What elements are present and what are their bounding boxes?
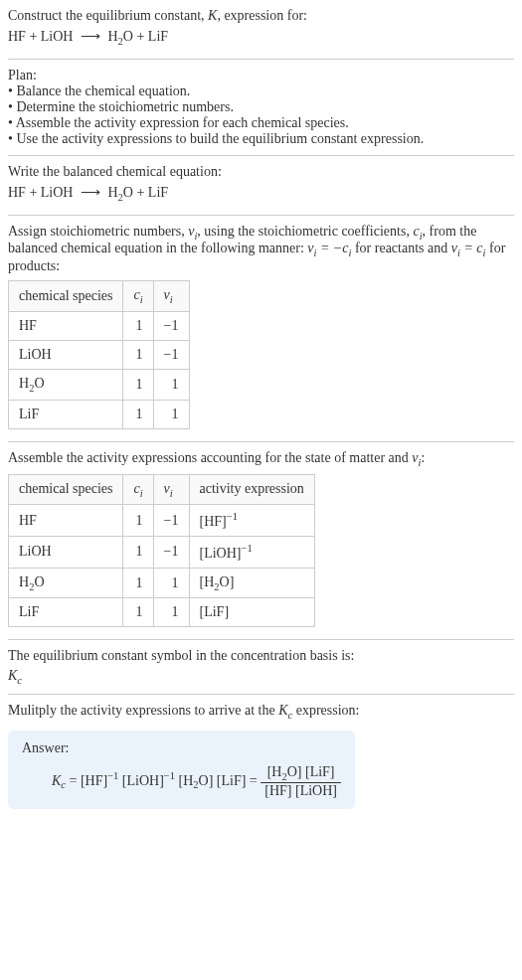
mult-pre: Mulitply the activity expressions to arr… (8, 703, 278, 718)
equation-1: HF + LiOH ⟶ H2O + LiF (8, 28, 514, 47)
v-cell: 1 (153, 568, 189, 598)
table-row: HF 1 −1 (9, 311, 190, 340)
table-header-row: chemical species ci νi (9, 281, 190, 312)
product-h2o-pre: H (107, 185, 117, 200)
plan-heading: Plan: (8, 68, 514, 83)
c-cell: 1 (123, 537, 153, 569)
species-cell: H2O (9, 568, 123, 598)
ans-eq: = [HF] (66, 773, 107, 788)
intro-text-2: , expression for: (217, 8, 307, 23)
ans-t3-pre: [H (175, 773, 193, 788)
stoich-r: for reactants and (351, 241, 450, 255)
table-row: LiF 1 1 [LiF] (9, 598, 315, 627)
fraction: [H2O] [LiF] [HF] [LiOH] (261, 764, 341, 799)
species-cell: LiOH (9, 340, 123, 369)
c-cell: 1 (123, 568, 153, 598)
sp-pre: H (19, 574, 29, 589)
table-row: LiOH 1 −1 (9, 340, 190, 369)
answer-label: Answer: (22, 740, 341, 756)
nu-header-sub: i (170, 294, 173, 305)
kc-k: K (8, 668, 17, 683)
sp-post: O (34, 376, 44, 391)
activity-cell: [HF]−1 (189, 505, 314, 537)
product-h2o-pre: H (107, 29, 117, 44)
plan-bullet-2: • Determine the stoichiometric numbers. (8, 99, 514, 115)
answer-box: Answer: Kc = [HF]−1 [LiOH]−1 [H2O] [LiF]… (8, 731, 355, 809)
fraction-numerator: [H2O] [LiF] (261, 764, 341, 783)
mult-post: expression: (292, 703, 359, 718)
activity-cell: [LiF] (189, 598, 314, 627)
stoich-text: Assign stoichiometric numbers, νi, using… (8, 224, 514, 275)
plan-section: Plan: • Balance the chemical equation. •… (8, 68, 514, 147)
activity-cell: [H2O] (189, 568, 314, 598)
nu-header-sub: i (170, 487, 173, 498)
stoich-table: chemical species ci νi HF 1 −1 LiOH 1 −1… (8, 280, 190, 429)
col-activity: activity expression (189, 474, 314, 505)
v-cell: −1 (153, 311, 189, 340)
a-base: [LiOH] (200, 546, 242, 561)
c-cell: 1 (123, 505, 153, 537)
c-cell: 1 (123, 340, 153, 369)
ans-sup2: −1 (164, 770, 175, 781)
balanced-heading: Write the balanced chemical equation: (8, 164, 514, 180)
divider (8, 441, 514, 442)
species-cell: LiF (9, 598, 123, 627)
ans-sup1: −1 (107, 770, 118, 781)
activity-pre: Assemble the activity expressions accoun… (8, 450, 412, 465)
table-row: HF 1 −1 [HF]−1 (9, 505, 315, 537)
species-cell: H2O (9, 369, 123, 400)
stoich-pre: Assign stoichiometric numbers, (8, 224, 188, 239)
v-cell: 1 (153, 400, 189, 428)
concbasis-text: The equilibrium constant symbol in the c… (8, 648, 514, 664)
c-cell: 1 (123, 311, 153, 340)
col-c: ci (123, 281, 153, 312)
a-post: O] (220, 574, 235, 589)
activity-cell: [LiOH]−1 (189, 537, 314, 569)
table-row: H2O 1 1 [H2O] (9, 568, 315, 598)
intro-text: Construct the equilibrium constant, (8, 8, 208, 23)
a-sup: −1 (227, 511, 238, 522)
stoich-mid: , using the stoichiometric coefficients, (197, 224, 413, 239)
fraction-denominator: [HF] [LiOH] (261, 783, 341, 799)
reactants: HF + LiOH (8, 29, 73, 44)
c-cell: 1 (123, 400, 153, 428)
c-header-sub: i (140, 487, 143, 498)
num-post: O] [LiF] (287, 764, 335, 779)
species-cell: LiF (9, 400, 123, 428)
col-species: chemical species (9, 474, 123, 505)
col-nu: νi (153, 281, 189, 312)
divider (8, 215, 514, 216)
v-cell: 1 (153, 369, 189, 400)
plan-bullet-3: • Assemble the activity expression for e… (8, 115, 514, 131)
plan-bullet-4: • Use the activity expressions to build … (8, 131, 514, 147)
k-symbol: K (208, 8, 217, 23)
species-cell: HF (9, 505, 123, 537)
product-rest: O + LiF (123, 29, 168, 44)
product-rest: O + LiF (123, 185, 168, 200)
col-species: chemical species (9, 281, 123, 312)
activity-table: chemical species ci νi activity expressi… (8, 474, 315, 628)
nu-symbol: νi (412, 450, 421, 465)
problem-statement: Construct the equilibrium constant, K, e… (8, 8, 514, 24)
a-sup: −1 (242, 543, 253, 554)
col-c: ci (123, 474, 153, 505)
ans-k: K (52, 773, 61, 788)
answer-formula: Kc = [HF]−1 [LiOH]−1 [H2O] [LiF] = [H2O]… (52, 764, 341, 799)
sp-post: O (34, 574, 44, 589)
arrow-icon: ⟶ (77, 29, 104, 44)
kc-symbol: Kc (8, 668, 514, 686)
divider (8, 639, 514, 640)
num-pre: [H (267, 764, 282, 779)
c-header-sub: i (140, 294, 143, 305)
kc-c: c (17, 675, 22, 686)
mult-k: K (278, 703, 287, 718)
plan-bullet-1: • Balance the chemical equation. (8, 83, 514, 99)
divider (8, 59, 514, 60)
table-row: H2O 1 1 (9, 369, 190, 400)
divider (8, 694, 514, 695)
multiply-text: Mulitply the activity expressions to arr… (8, 703, 514, 721)
species-cell: HF (9, 311, 123, 340)
equation-2: HF + LiOH ⟶ H2O + LiF (8, 184, 514, 203)
ans-t2: [LiOH] (118, 773, 164, 788)
species-cell: LiOH (9, 537, 123, 569)
